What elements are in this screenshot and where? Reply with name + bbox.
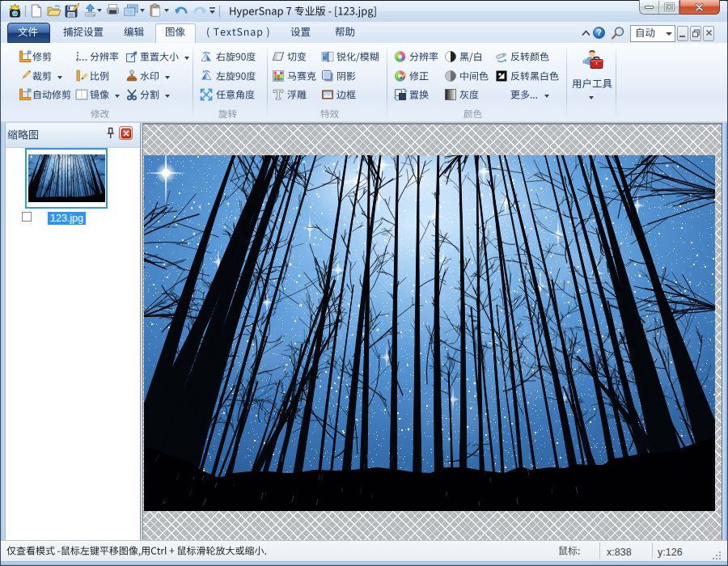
svg-text:?: ?	[596, 28, 601, 37]
